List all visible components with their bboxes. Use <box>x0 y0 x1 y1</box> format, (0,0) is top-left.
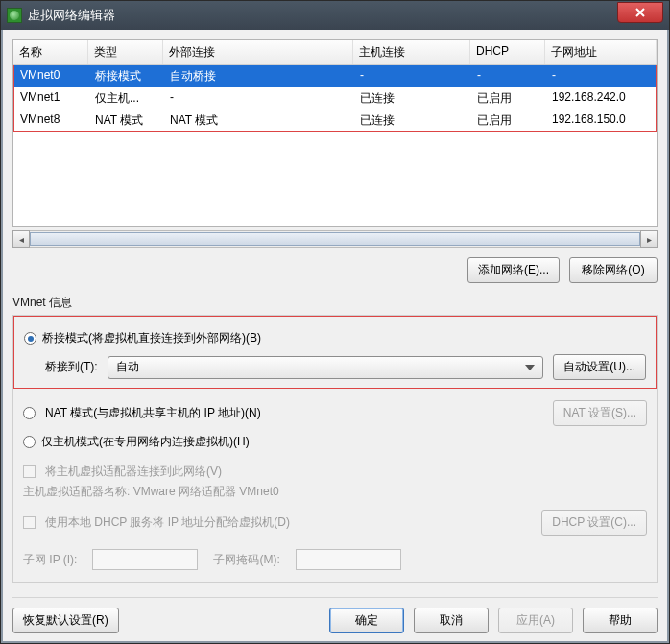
dialog-buttons: 恢复默认设置(R) 确定 取消 应用(A) 帮助 <box>12 597 658 633</box>
checkbox-dhcp <box>23 516 36 529</box>
virtual-network-editor-dialog: 虚拟网络编辑器 名称 类型 外部连接 主机连接 DHCP 子网地址 VMnet0… <box>0 0 670 644</box>
col-dhcp[interactable]: DHCP <box>470 40 545 64</box>
ok-button[interactable]: 确定 <box>329 608 404 633</box>
network-table: 名称 类型 外部连接 主机连接 DHCP 子网地址 VMnet0 桥接模式 自动… <box>12 39 658 227</box>
cell-subnet: - <box>546 67 656 85</box>
table-row[interactable]: VMnet8 NAT 模式 NAT 模式 已连接 已启用 192.168.150… <box>14 109 656 131</box>
close-icon <box>634 7 646 18</box>
cell-subnet: 192.168.242.0 <box>546 89 656 107</box>
cell-dhcp: - <box>471 67 546 85</box>
vmnet-info-label: VMnet 信息 <box>12 295 658 311</box>
scroll-right-button[interactable]: ▸ <box>640 230 658 248</box>
cell-host: 已连接 <box>354 111 471 130</box>
restore-defaults-button[interactable]: 恢复默认设置(R) <box>12 608 119 633</box>
col-external[interactable]: 外部连接 <box>163 40 353 64</box>
table-header: 名称 类型 外部连接 主机连接 DHCP 子网地址 <box>13 40 657 65</box>
cell-dhcp: 已启用 <box>471 89 546 107</box>
scroll-left-button[interactable]: ◂ <box>12 230 30 248</box>
host-adapter-name-row: 主机虚拟适配器名称: VMware 网络适配器 VMnet0 <box>23 484 647 500</box>
cell-external: - <box>164 89 354 107</box>
cell-type: NAT 模式 <box>89 111 164 130</box>
host-adapter-name-value: VMware 网络适配器 VMnet0 <box>133 485 279 498</box>
cell-name: VMnet8 <box>14 111 89 130</box>
cell-type: 桥接模式 <box>89 67 164 85</box>
bridged-to-label: 桥接到(T): <box>45 359 98 375</box>
horizontal-scrollbar[interactable]: ◂ ▸ <box>12 230 658 248</box>
cell-name: VMnet0 <box>14 67 89 85</box>
cell-dhcp: 已启用 <box>471 111 546 130</box>
scroll-track[interactable] <box>30 230 640 248</box>
bridged-to-row: 桥接到(T): 自动 自动设置(U)... <box>45 354 646 380</box>
cancel-button[interactable]: 取消 <box>414 608 489 633</box>
radio-nat-label: NAT 模式(与虚拟机共享主机的 IP 地址)(N) <box>45 405 261 421</box>
client-area: 名称 类型 外部连接 主机连接 DHCP 子网地址 VMnet0 桥接模式 自动… <box>1 30 669 643</box>
app-icon <box>7 8 22 23</box>
subnet-ip-input <box>92 549 198 570</box>
scroll-thumb[interactable] <box>30 232 640 246</box>
subnet-row: 子网 IP (I): 子网掩码(M): <box>23 549 647 570</box>
cell-host: 已连接 <box>354 89 471 107</box>
checkbox-host-adapter <box>23 465 36 478</box>
close-button[interactable] <box>617 2 663 23</box>
bridged-to-select[interactable]: 自动 <box>108 356 544 379</box>
table-row[interactable]: VMnet1 仅主机... - 已连接 已启用 192.168.242.0 <box>14 87 656 109</box>
help-button[interactable]: 帮助 <box>583 608 658 633</box>
radio-bridged[interactable] <box>24 332 36 345</box>
cell-host: - <box>354 67 471 85</box>
highlight-box-table: VMnet0 桥接模式 自动桥接 - - - VMnet1 仅主机... - 已… <box>13 65 657 132</box>
radio-hostonly-label: 仅主机模式(在专用网络内连接虚拟机)(H) <box>41 434 250 450</box>
subnet-mask-input <box>296 549 401 570</box>
cell-name: VMnet1 <box>14 89 89 107</box>
table-row[interactable]: VMnet0 桥接模式 自动桥接 - - - <box>14 65 656 87</box>
apply-button: 应用(A) <box>498 608 573 633</box>
vmnet-info-group: 桥接模式(将虚拟机直接连接到外部网络)(B) 桥接到(T): 自动 自动设置(U… <box>12 315 658 583</box>
cell-type: 仅主机... <box>89 89 164 107</box>
remove-network-button[interactable]: 移除网络(O) <box>569 257 658 283</box>
subnet-ip-label: 子网 IP (I): <box>23 552 77 568</box>
radio-nat[interactable] <box>23 407 36 419</box>
bridged-to-value: 自动 <box>116 359 139 375</box>
checkbox-dhcp-label: 使用本地 DHCP 服务将 IP 地址分配给虚拟机(D) <box>45 514 290 531</box>
col-name[interactable]: 名称 <box>13 40 88 64</box>
cell-subnet: 192.168.150.0 <box>546 111 656 130</box>
host-adapter-name-label: 主机虚拟适配器名称: <box>23 485 133 498</box>
radio-bridged-row[interactable]: 桥接模式(将虚拟机直接连接到外部网络)(B) <box>24 330 646 346</box>
highlight-box-bridged: 桥接模式(将虚拟机直接连接到外部网络)(B) 桥接到(T): 自动 自动设置(U… <box>13 316 657 389</box>
cell-external: NAT 模式 <box>164 111 354 130</box>
titlebar: 虚拟网络编辑器 <box>1 1 669 30</box>
radio-nat-row[interactable]: NAT 模式(与虚拟机共享主机的 IP 地址)(N) NAT 设置(S)... <box>23 400 647 426</box>
checkbox-host-adapter-label: 将主机虚拟适配器连接到此网络(V) <box>45 464 222 480</box>
auto-settings-button[interactable]: 自动设置(U)... <box>553 354 646 380</box>
col-type[interactable]: 类型 <box>88 40 163 64</box>
add-network-button[interactable]: 添加网络(E)... <box>467 257 560 283</box>
subnet-mask-label: 子网掩码(M): <box>213 552 279 568</box>
dhcp-row: 使用本地 DHCP 服务将 IP 地址分配给虚拟机(D) DHCP 设置(C).… <box>23 510 647 536</box>
table-buttons: 添加网络(E)... 移除网络(O) <box>12 257 658 283</box>
radio-hostonly-row[interactable]: 仅主机模式(在专用网络内连接虚拟机)(H) <box>23 434 647 450</box>
table-body: VMnet0 桥接模式 自动桥接 - - - VMnet1 仅主机... - 已… <box>14 65 656 131</box>
connect-host-adapter-row: 将主机虚拟适配器连接到此网络(V) <box>23 464 647 480</box>
dhcp-settings-button: DHCP 设置(C)... <box>541 510 647 536</box>
nat-settings-button: NAT 设置(S)... <box>553 400 647 426</box>
radio-hostonly[interactable] <box>23 436 36 448</box>
radio-bridged-label: 桥接模式(将虚拟机直接连接到外部网络)(B) <box>42 330 261 346</box>
window-title: 虚拟网络编辑器 <box>28 7 617 24</box>
cell-external: 自动桥接 <box>164 67 354 85</box>
chevron-down-icon <box>525 365 535 370</box>
col-subnet[interactable]: 子网地址 <box>545 40 657 64</box>
col-host[interactable]: 主机连接 <box>353 40 470 64</box>
